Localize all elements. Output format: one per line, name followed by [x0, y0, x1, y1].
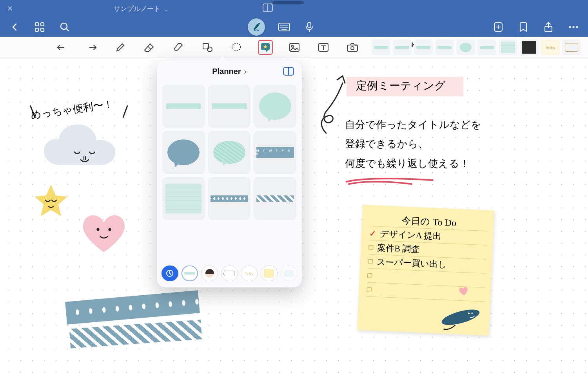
navbar	[0, 17, 588, 37]
qs-todo[interactable]: To Buy	[541, 40, 560, 55]
popover-header: Planner ›	[157, 60, 302, 82]
shape-tool-icon[interactable]	[200, 40, 215, 55]
svg-point-25	[109, 228, 111, 231]
pen-tool-icon[interactable]	[113, 40, 128, 55]
svg-rect-2	[41, 23, 44, 26]
sticker-tape-ribbon[interactable]	[208, 85, 251, 128]
svg-rect-3	[35, 28, 38, 31]
thumbnails-icon[interactable]	[34, 21, 45, 33]
svg-point-12	[572, 26, 574, 28]
tab-tags[interactable]	[221, 266, 238, 281]
camera-tool-icon[interactable]	[345, 40, 360, 55]
sticker-dot-tape[interactable]	[208, 177, 251, 220]
sticker-tool-icon[interactable]	[258, 40, 273, 55]
text-tool-icon[interactable]	[316, 40, 331, 55]
qs-tape-4[interactable]	[435, 40, 454, 55]
svg-point-18	[292, 45, 294, 47]
note-title-text: サンプルノート	[114, 5, 160, 13]
svg-rect-8	[308, 22, 311, 28]
sticker-grid: M T W T F S S	[157, 82, 302, 262]
sticker-popover: Planner › M T W T F S S To Do	[157, 60, 302, 287]
multitask-indicator[interactable]	[272, 1, 304, 4]
checkbox-icon	[367, 273, 372, 278]
handwritten-note: 自分で作ったタイトルなどを 登録できるから、 何度でも繰り返し使える！	[345, 115, 481, 173]
popover-collection-button[interactable]: Planner ›	[212, 67, 247, 76]
check-icon: ✓	[369, 228, 376, 238]
qs-tape-3[interactable]	[414, 40, 433, 55]
svg-point-21	[351, 47, 354, 50]
sticker-bubble-mint[interactable]	[254, 85, 296, 128]
sticker-bubble-slate[interactable]	[162, 131, 205, 174]
qs-extra[interactable]	[562, 40, 581, 55]
svg-point-16	[232, 43, 241, 51]
tab-planner[interactable]	[181, 266, 198, 281]
nav-left	[9, 21, 71, 33]
red-underline	[345, 176, 435, 186]
microphone-icon[interactable]	[303, 21, 315, 33]
undo-icon[interactable]	[55, 40, 70, 55]
svg-rect-1	[35, 23, 38, 26]
toolrow: To Buy	[0, 37, 588, 58]
tab-postit[interactable]	[261, 266, 278, 281]
sticker-tape-plain[interactable]	[162, 85, 205, 128]
tab-more[interactable]	[281, 266, 298, 281]
quick-sticker-row: To Buy	[372, 40, 581, 55]
search-icon[interactable]	[59, 21, 71, 33]
star-sticker[interactable]	[31, 182, 71, 221]
chevron-right-icon: ›	[244, 67, 247, 76]
tab-todo[interactable]: To Do	[241, 266, 258, 281]
sticker-notepad[interactable]	[162, 177, 205, 220]
eraser-tool-icon[interactable]	[142, 40, 157, 55]
qs-notepad[interactable]	[499, 40, 517, 55]
note-title[interactable]: サンプルノート ⌄	[114, 4, 169, 13]
checkbox-icon	[368, 245, 374, 250]
svg-point-22	[355, 44, 357, 46]
nav-right	[492, 21, 579, 33]
sticker-stripe-tape[interactable]	[254, 177, 296, 220]
split-view-icon[interactable]	[263, 4, 273, 14]
lasso-tool-icon[interactable]	[229, 40, 244, 55]
add-page-icon[interactable]	[492, 21, 504, 33]
nav-center	[248, 18, 315, 36]
svg-point-24	[97, 228, 100, 231]
svg-rect-20	[347, 45, 358, 51]
image-tool-icon[interactable]	[287, 40, 302, 55]
heart-sticker[interactable]	[78, 209, 129, 256]
back-icon[interactable]	[9, 21, 20, 33]
share-icon[interactable]	[543, 21, 554, 33]
layout-toggle-icon[interactable]	[283, 67, 294, 76]
qs-todo-label: To Buy	[546, 46, 555, 49]
popover-collection-name: Planner	[212, 67, 241, 76]
tab-recent[interactable]	[162, 266, 178, 281]
sticker-bubble-scribble[interactable]	[208, 131, 251, 174]
sticker-week-strip[interactable]: M T W T F S S	[254, 131, 296, 174]
chevron-down-icon: ⌄	[164, 6, 169, 12]
redo-icon[interactable]	[84, 40, 99, 55]
svg-point-15	[207, 47, 212, 52]
close-icon[interactable]: ✕	[7, 4, 13, 13]
more-icon[interactable]	[568, 21, 579, 33]
qs-dark[interactable]	[520, 40, 539, 55]
todo-sticky[interactable]: 今日の To Do ✓デザインA 提出 案件B 調査 スーパー買い出し	[357, 205, 494, 336]
bookmark-icon[interactable]	[517, 21, 529, 33]
highlighter-tool-icon[interactable]	[171, 40, 186, 55]
arrow-doodle	[314, 74, 350, 137]
checkbox-icon	[368, 259, 373, 264]
svg-point-11	[569, 26, 571, 28]
svg-point-13	[576, 26, 578, 28]
tab-avatar[interactable]	[201, 266, 218, 281]
svg-rect-4	[41, 28, 44, 31]
cloud-sticker[interactable]	[42, 122, 128, 181]
titlebar: ✕ サンプルノート ⌄	[0, 0, 588, 17]
qs-tape-2[interactable]	[393, 40, 412, 55]
qs-tape-1[interactable]	[372, 40, 390, 55]
qs-tape-5[interactable]	[477, 40, 496, 55]
checkbox-icon	[367, 287, 372, 292]
keyboard-icon[interactable]	[278, 21, 290, 33]
title-tape-text: 定例ミーティング	[356, 78, 446, 93]
pen-mode-button[interactable]	[248, 18, 265, 36]
popover-tabs: To Do	[157, 262, 302, 287]
qs-bubble[interactable]	[456, 40, 475, 55]
